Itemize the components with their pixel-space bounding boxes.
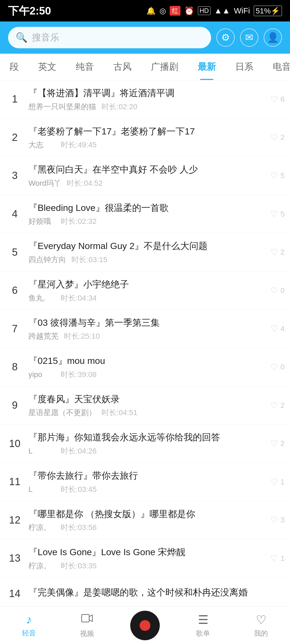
battery-icon: 51%⚡ bbox=[254, 6, 282, 16]
song-title: 『那片海』你知道我会永远永远等你给我的回答 bbox=[28, 431, 266, 444]
song-info: 『Bleeding Love』很温柔的一首歌 好烦哦 时长:02:32 bbox=[24, 202, 270, 227]
song-like[interactable]: ♡ 1 bbox=[270, 553, 285, 564]
song-number: 5 bbox=[5, 247, 24, 258]
song-item-3[interactable]: 3 『黑夜问白天』在半空中真好 不会吵 人少 Word玛丫 时长:04:52 ♡… bbox=[0, 157, 290, 195]
song-info: 『Love Is Gone』Love Is Gone 宋烨靓 柠凉。 时长:03… bbox=[24, 546, 270, 571]
tab-duan[interactable]: 段 bbox=[0, 54, 28, 80]
song-meta: 想养一只叫坚果的猫 时长:02:20 bbox=[28, 102, 266, 112]
nav-video-label: 视频 bbox=[80, 629, 94, 638]
song-item-10[interactable]: 10 『那片海』你知道我会永远永远等你给我的回答 L 时长:04:26 ♡ 2 bbox=[0, 425, 290, 463]
song-item-5[interactable]: 5 『Everyday Normal Guy 2』不是什么大问题 四点钟方向 时… bbox=[0, 233, 290, 272]
like-count: 6 bbox=[280, 95, 285, 104]
song-title: 『老婆粉了解一下17』老婆粉了解一下17 bbox=[28, 125, 266, 138]
song-item-4[interactable]: 4 『Bleeding Love』很温柔的一首歌 好烦哦 时长:02:32 ♡ … bbox=[0, 195, 290, 233]
song-item-13[interactable]: 13 『Love Is Gone』Love Is Gone 宋烨靓 柠凉。 时长… bbox=[0, 539, 290, 578]
settings-icon: ⚙ bbox=[221, 32, 230, 43]
song-like[interactable]: ♡ 2 bbox=[270, 438, 285, 449]
song-like[interactable]: ♡ 0 bbox=[270, 286, 285, 296]
song-info: 『黑夜问白天』在半空中真好 不会吵 人少 Word玛丫 时长:04:52 bbox=[24, 163, 270, 188]
song-like[interactable]: ♡ 0 bbox=[270, 362, 285, 372]
song-number: 1 bbox=[5, 93, 24, 105]
heart-icon: ♡ bbox=[270, 438, 278, 449]
song-info: 『03 彼得潘与辛』第一季第三集 跨越荒芜 时长:25:10 bbox=[24, 316, 270, 342]
song-like[interactable]: ♡ 1 bbox=[270, 477, 285, 487]
song-item-6[interactable]: 6 『星河入梦』小宇绝绝子 鱼丸. 时长:04:34 ♡ 0 bbox=[0, 272, 290, 310]
song-title: 『Love Is Gone』Love Is Gone 宋烨靓 bbox=[28, 546, 266, 559]
song-artist: 想养一只叫坚果的猫 bbox=[28, 102, 96, 112]
song-item-2[interactable]: 2 『老婆粉了解一下17』老婆粉了解一下17 大志 时长:49:45 ♡ 2 bbox=[0, 119, 290, 157]
song-info: 『Everyday Normal Guy 2』不是什么大问题 四点钟方向 时长:… bbox=[24, 240, 270, 265]
song-meta: L 时长:04:26 bbox=[28, 446, 266, 456]
song-number: 7 bbox=[5, 323, 24, 335]
song-like[interactable]: ♡ 2 bbox=[270, 132, 285, 142]
song-number: 13 bbox=[5, 552, 24, 564]
song-info: 『带你去旅行』带你去旅行 L 时长:03:45 bbox=[24, 469, 270, 495]
song-like[interactable]: ♡ 3 bbox=[270, 515, 285, 525]
heart-icon: ♡ bbox=[270, 286, 278, 296]
tab-electronic[interactable]: 电音 bbox=[263, 54, 290, 80]
song-artist: 柠凉。 bbox=[28, 522, 55, 533]
like-count: 0 bbox=[280, 286, 285, 295]
heart-icon: ♡ bbox=[270, 132, 278, 142]
heart-icon: ♡ bbox=[270, 324, 278, 334]
alarm-icon: ⏰ bbox=[184, 6, 194, 16]
search-icon: 🔍 bbox=[16, 32, 28, 43]
song-item-14[interactable]: 14 『完美偶像』是姜嗯嗯的歌，这个时候和朴冉还没离婚 bbox=[0, 578, 290, 610]
user-button[interactable]: 👤 bbox=[264, 28, 282, 47]
signal-icon: ▲▲ bbox=[214, 6, 230, 15]
song-number: 3 bbox=[5, 170, 24, 181]
user-icon: 👤 bbox=[267, 32, 279, 43]
song-like[interactable]: ♡ 5 bbox=[270, 209, 285, 219]
song-like[interactable]: ♡ 5 bbox=[270, 171, 285, 181]
video-icon bbox=[81, 612, 93, 627]
search-placeholder: 搜音乐 bbox=[32, 31, 59, 44]
song-artist: L bbox=[28, 447, 55, 455]
tab-pure[interactable]: 纯音 bbox=[66, 54, 104, 80]
song-item-7[interactable]: 7 『03 彼得潘与辛』第一季第三集 跨越荒芜 时长:25:10 ♡ 4 bbox=[0, 310, 290, 348]
sim-icon: 🔔 bbox=[146, 6, 156, 15]
app-icon: 红 bbox=[170, 6, 180, 16]
song-duration: 时长:02:32 bbox=[61, 216, 97, 226]
song-duration: 时长:03:35 bbox=[61, 561, 97, 571]
song-artist: 大志 bbox=[28, 140, 55, 150]
play-button[interactable] bbox=[130, 611, 160, 640]
header: 🔍 搜音乐 ⚙ ✉ 👤 bbox=[0, 21, 290, 54]
nav-light-music[interactable]: ♪ 轻音 bbox=[0, 613, 58, 638]
status-time: 下午2:50 bbox=[8, 3, 51, 18]
song-like[interactable]: ♡ 2 bbox=[270, 247, 285, 257]
song-duration: 时长:04:34 bbox=[61, 293, 97, 303]
nav-playlist[interactable]: ☰ 歌单 bbox=[174, 613, 232, 638]
tab-japanese[interactable]: 日系 bbox=[226, 54, 263, 80]
song-like[interactable]: ♡ 2 bbox=[270, 400, 285, 411]
song-duration: 时长:39:08 bbox=[61, 369, 97, 380]
song-info: 『0215』mou mou yipo 时长:39:08 bbox=[24, 354, 270, 380]
song-like[interactable]: ♡ 4 bbox=[270, 324, 285, 334]
tab-english[interactable]: 英文 bbox=[28, 54, 66, 80]
song-item-9[interactable]: 9 『度春风』天宝伏妖录 星语星愿（不更剧） 时长:04:51 ♡ 2 bbox=[0, 386, 290, 425]
nav-video[interactable]: 视频 bbox=[58, 612, 116, 638]
song-artist: yipo bbox=[28, 370, 55, 379]
search-bar[interactable]: 🔍 搜音乐 bbox=[8, 27, 211, 48]
mail-button[interactable]: ✉ bbox=[240, 28, 258, 47]
song-number: 6 bbox=[5, 285, 24, 296]
song-meta: 跨越荒芜 时长:25:10 bbox=[28, 331, 266, 341]
heart-icon: ♡ bbox=[270, 209, 278, 219]
song-item-1[interactable]: 1 『【将进酒】清平调』将近酒清平调 想养一只叫坚果的猫 时长:02:20 ♡ … bbox=[0, 80, 290, 119]
tab-ancient[interactable]: 古风 bbox=[104, 54, 141, 80]
tab-latest[interactable]: 最新 bbox=[188, 54, 226, 80]
song-item-11[interactable]: 11 『带你去旅行』带你去旅行 L 时长:03:45 ♡ 1 bbox=[0, 463, 290, 501]
song-info: 『那片海』你知道我会永远永远等你给我的回答 L 时长:04:26 bbox=[24, 431, 270, 456]
song-item-8[interactable]: 8 『0215』mou mou yipo 时长:39:08 ♡ 0 bbox=[0, 348, 290, 386]
nav-mine[interactable]: ♡ 我的 bbox=[232, 613, 290, 638]
song-meta: 柠凉。 时长:03:56 bbox=[28, 522, 266, 533]
song-like[interactable]: ♡ 6 bbox=[270, 94, 285, 104]
song-duration: 时长:04:52 bbox=[67, 178, 103, 188]
song-meta: 鱼丸. 时长:04:34 bbox=[28, 293, 266, 303]
heart-icon: ♡ bbox=[270, 515, 278, 525]
song-number: 11 bbox=[5, 476, 24, 488]
nav-play-center[interactable] bbox=[116, 611, 174, 640]
song-item-12[interactable]: 12 『哪里都是你 （热搜女版）』哪里都是你 柠凉。 时长:03:56 ♡ 3 bbox=[0, 501, 290, 540]
tab-radio[interactable]: 广播剧 bbox=[141, 54, 188, 80]
like-count: 1 bbox=[280, 478, 285, 486]
settings-button[interactable]: ⚙ bbox=[216, 28, 235, 47]
